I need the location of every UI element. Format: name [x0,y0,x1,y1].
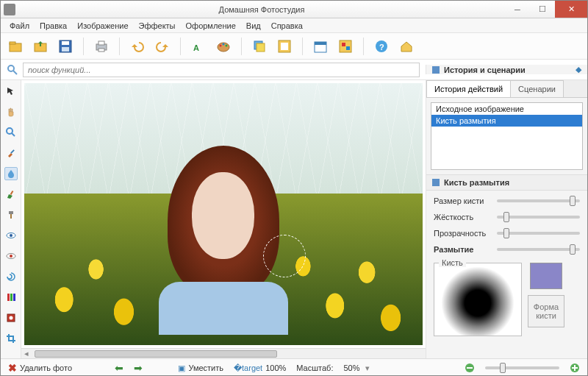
maximize-button[interactable]: ☐ [530,1,555,18]
zoom-out-button[interactable] [465,363,475,373]
tool-redeye[interactable] [4,249,18,263]
tab-history[interactable]: История действий [426,80,511,97]
history-item-selected[interactable]: Кисть размытия [431,115,582,127]
tool-pencil[interactable] [4,188,18,201]
next-button[interactable]: ➡ [134,362,143,374]
search-input[interactable] [23,63,420,77]
svg-line-29 [12,133,15,136]
svg-rect-22 [346,46,350,50]
svg-point-35 [10,234,12,237]
zoom-reset-button[interactable]: �target100% [234,363,286,373]
tool-levels[interactable] [4,291,18,304]
tab-scenarios[interactable]: Сценарии [510,80,564,97]
text-icon[interactable]: A [190,38,207,55]
open-icon[interactable] [7,38,24,55]
slider-brush-size[interactable] [497,199,580,202]
slider-hardness[interactable] [497,216,580,219]
tool-brush[interactable] [4,146,18,160]
menu-image[interactable]: Изображение [73,20,132,32]
tool-clone[interactable] [4,208,18,221]
slider-blur[interactable] [497,248,580,251]
svg-point-11 [220,44,222,46]
svg-text:?: ? [379,43,384,52]
label-hardness: Жёсткость [434,213,491,221]
save-icon[interactable] [57,38,74,55]
svg-rect-15 [257,43,265,52]
history-list[interactable]: Исходное изображение Кисть размытия [431,102,583,170]
menu-decorate[interactable]: Оформление [182,20,240,32]
svg-text:A: A [193,43,199,52]
svg-rect-40 [13,294,15,301]
home-icon[interactable] [398,38,415,55]
zoom-in-button[interactable] [570,363,580,373]
svg-rect-48 [574,365,576,371]
main-toolbar: A ? [1,33,587,60]
tool-zoom[interactable] [4,126,18,139]
canvas[interactable] [21,80,426,348]
palette-icon[interactable] [215,38,232,55]
history-menu-icon[interactable]: ◆ [576,65,581,74]
tool-eye[interactable] [4,229,18,242]
svg-rect-27 [432,66,440,74]
svg-rect-33 [10,214,12,219]
window-title: Домашняя Фотостудия [18,5,505,14]
zoom-slider[interactable] [485,366,559,369]
svg-point-12 [223,43,225,45]
tool-pointer[interactable] [4,85,18,98]
color-swatch[interactable] [530,263,562,289]
menu-effects[interactable]: Эффекты [135,20,180,32]
redo-icon[interactable] [154,38,171,55]
titlebar: Домашняя Фотостудия ─ ☐ ✕ [1,1,587,18]
calendar-icon[interactable] [312,38,329,55]
tool-blur-brush[interactable] [4,167,18,180]
minimize-button[interactable]: ─ [505,1,530,18]
brush-panel-title: Кисть размытия [444,178,509,187]
horizontal-scrollbar[interactable]: ◂ [21,348,426,358]
tool-stamp[interactable] [4,311,18,324]
frame-icon[interactable] [276,38,293,55]
svg-rect-45 [467,367,473,369]
brush-group-label: Кисть [439,258,466,267]
svg-rect-19 [315,42,326,45]
print-icon[interactable] [93,38,110,55]
svg-point-37 [10,255,12,258]
export-icon[interactable] [32,38,49,55]
tool-hand[interactable] [4,105,18,118]
brush-shape-button[interactable]: Форма кисти [528,295,564,327]
svg-rect-21 [342,43,345,46]
help-icon[interactable]: ? [373,38,390,55]
menu-view[interactable]: Вид [242,20,265,32]
fit-button[interactable]: ▣Уместить [178,363,223,373]
svg-rect-31 [10,191,13,195]
panel-collapse-icon[interactable] [432,179,440,186]
svg-point-25 [8,65,14,71]
prev-button[interactable]: ⬅ [115,362,123,374]
history-collapse-icon[interactable] [432,66,440,74]
delete-photo-button[interactable]: ✖Удалить фото [8,362,72,374]
menu-help[interactable]: Справка [267,20,307,32]
undo-icon[interactable] [129,38,146,55]
svg-rect-5 [62,47,69,52]
layers-icon[interactable] [251,38,268,55]
menu-edit[interactable]: Правка [35,20,71,32]
svg-point-42 [9,316,12,320]
menu-file[interactable]: Файл [5,20,34,32]
svg-rect-0 [10,43,21,52]
tool-palette [1,80,21,358]
close-button[interactable]: ✕ [555,1,587,18]
tool-swirl[interactable] [4,270,18,283]
right-panel: История действий Сценарии Исходное изобр… [426,80,587,358]
brush-preview: Кисть [434,263,522,336]
tool-crop[interactable] [4,332,18,345]
svg-rect-43 [432,179,440,186]
svg-rect-38 [7,294,10,301]
collage-icon[interactable] [337,38,354,55]
scale-value[interactable]: 50%▾ [343,363,370,373]
search-icon [7,64,18,76]
slider-opacity[interactable] [497,232,580,235]
svg-rect-17 [281,43,288,50]
status-bar: ✖Удалить фото ⬅ ➡ ▣Уместить �target100% … [1,358,587,376]
menubar: Файл Правка Изображение Эффекты Оформлен… [1,18,587,33]
svg-rect-7 [98,41,104,45]
history-item[interactable]: Исходное изображение [431,103,582,115]
